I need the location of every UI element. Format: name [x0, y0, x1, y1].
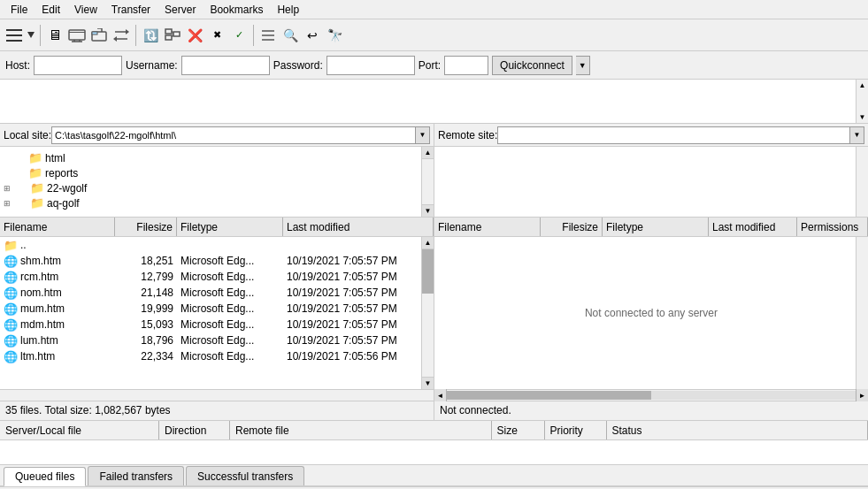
port-input[interactable]	[444, 56, 488, 75]
folder-icon: 📁	[4, 239, 18, 252]
local-file-row[interactable]: 🌐 shm.htm 18,251 Microsoft Edg... 10/19/…	[0, 253, 421, 269]
local-file-row[interactable]: 🌐 ltm.htm 22,334 Microsoft Edg... 10/19/…	[0, 348, 421, 364]
local-file-row[interactable]: 🌐 mdm.htm 15,093 Microsoft Edg... 10/19/…	[0, 317, 421, 332]
remote-h-scroll-right[interactable]: ►	[856, 389, 868, 401]
menu-view[interactable]: View	[67, 2, 104, 18]
log-scroll-up[interactable]: ▲	[857, 80, 868, 91]
username-label: Username:	[126, 59, 178, 72]
tree-item-aqgolf[interactable]: ⊞ 📁 aq-golf	[4, 195, 430, 210]
file-cell-type: Microsoft Edg...	[177, 254, 283, 268]
toolbar-remote-btn[interactable]	[66, 25, 88, 46]
queue-col-file[interactable]: Server/Local file	[0, 421, 159, 439]
local-col-filesize[interactable]: Filesize	[115, 218, 177, 236]
tab-failed-transfers[interactable]: Failed transfers	[88, 466, 184, 485]
toolbar-tab-btn[interactable]	[88, 25, 110, 46]
remote-col-permissions[interactable]: Permissions	[797, 218, 868, 236]
local-site-dropdown[interactable]: ▼	[416, 126, 430, 144]
remote-col-filename[interactable]: Filename	[434, 218, 541, 236]
menu-help[interactable]: Help	[270, 2, 306, 18]
password-input[interactable]	[326, 56, 415, 75]
remote-tree	[434, 147, 868, 218]
remote-h-scroll-thumb[interactable]	[447, 391, 651, 400]
queue-col-status[interactable]: Status	[607, 421, 869, 439]
local-file-row[interactable]: 🌐 mum.htm 19,999 Microsoft Edg... 10/19/…	[0, 301, 421, 317]
tree-item-html[interactable]: 📁 html	[4, 150, 430, 165]
svg-rect-0	[6, 29, 22, 31]
local-status: 35 files. Total size: 1,082,567 bytes	[0, 401, 434, 420]
local-site-label: Local site:	[4, 129, 51, 141]
toolbar-logfile-btn[interactable]: 🔭	[324, 25, 345, 46]
toolbar-search-btn[interactable]: 🔍	[280, 25, 301, 46]
menu-server[interactable]: Server	[157, 2, 203, 18]
file-name-text: lum.htm	[20, 334, 58, 347]
toolbar-queue-btn[interactable]	[257, 25, 279, 46]
remote-file-scrollbar[interactable]	[856, 237, 868, 389]
log-scrollbar[interactable]: ▲ ▼	[856, 80, 868, 123]
tree-scrollbar[interactable]: ▲ ▼	[421, 147, 434, 217]
local-scroll-up[interactable]: ▲	[422, 237, 434, 249]
local-file-scrollbar[interactable]: ▲ ▼	[421, 237, 434, 389]
toolbar-disconnect-btn[interactable]: ✖	[206, 25, 227, 46]
local-site-path[interactable]	[51, 126, 416, 144]
remote-tree-scrollbar[interactable]	[856, 147, 868, 217]
expand-icon-22wgolf[interactable]: ⊞	[4, 184, 16, 193]
file-cell-name: 🌐 rcm.htm	[0, 270, 115, 285]
tree-item-reports[interactable]: 📁 reports	[4, 165, 430, 180]
svg-rect-4	[69, 30, 85, 40]
file-name-text: ..	[20, 239, 27, 251]
remote-site-path[interactable]	[497, 126, 850, 144]
remote-status: Not connected.	[434, 401, 868, 420]
folder-icon-22wgolf: 📁	[30, 181, 44, 195]
log-scroll-down[interactable]: ▼	[857, 111, 868, 123]
queue-col-direction[interactable]: Direction	[159, 421, 230, 439]
menu-transfer[interactable]: Transfer	[104, 2, 157, 18]
queue-col-priority[interactable]: Priority	[545, 421, 607, 439]
remote-col-filesize[interactable]: Filesize	[541, 218, 603, 236]
local-file-row[interactable]: 🌐 rcm.htm 12,799 Microsoft Edg... 10/19/…	[0, 269, 421, 285]
local-file-row[interactable]: 📁 ..	[0, 237, 421, 253]
toolbar-reconnect-btn[interactable]: ✓	[228, 25, 250, 46]
local-file-row[interactable]: 🌐 lum.htm 18,796 Microsoft Edg... 10/19/…	[0, 332, 421, 348]
queue-col-remote[interactable]: Remote file	[230, 421, 492, 439]
toolbar-refresh-btn[interactable]: 🔃	[140, 25, 161, 46]
local-scroll-down[interactable]: ▼	[422, 377, 434, 389]
remote-h-scroll[interactable]: ◄ ►	[434, 390, 868, 401]
toolbar-local-btn[interactable]: 🖥	[44, 25, 65, 46]
toolbar-cancel-btn[interactable]: ❌	[184, 25, 205, 46]
remote-col-filetype[interactable]: Filetype	[603, 218, 709, 236]
toolbar-menu-btn[interactable]	[4, 25, 25, 46]
remote-site-dropdown[interactable]: ▼	[850, 126, 864, 144]
tree-scroll-up[interactable]: ▲	[422, 147, 434, 159]
local-col-filetype[interactable]: Filetype	[177, 218, 283, 236]
svg-marker-16	[113, 36, 117, 42]
username-input[interactable]	[181, 56, 270, 75]
toolbar-menu-arrow[interactable]	[26, 25, 36, 46]
tab-queued-files[interactable]: Queued files	[4, 467, 86, 486]
toolbar-back-btn[interactable]: ↩	[302, 25, 323, 46]
menu-file[interactable]: File	[4, 2, 35, 18]
toolbar-process-btn[interactable]	[162, 25, 183, 46]
file-cell-size: 18,251	[115, 254, 177, 268]
remote-col-modified[interactable]: Last modified	[709, 218, 797, 236]
toolbar-swap-btn[interactable]	[111, 25, 132, 46]
local-col-filename[interactable]: Filename	[0, 218, 115, 236]
quickconnect-button[interactable]: Quickconnect	[492, 56, 572, 75]
tree-scroll-down[interactable]: ▼	[422, 204, 434, 217]
queue-col-size[interactable]: Size	[492, 421, 545, 439]
tab-successful-transfers[interactable]: Successful transfers	[186, 466, 304, 485]
host-input[interactable]	[34, 56, 122, 75]
local-scroll-thumb[interactable]	[422, 249, 434, 294]
remote-h-scroll-left[interactable]: ◄	[434, 389, 447, 401]
svg-rect-18	[165, 35, 172, 40]
password-label: Password:	[273, 59, 323, 72]
quickconnect-dropdown[interactable]: ▼	[576, 56, 590, 75]
menu-bar: File Edit View Transfer Server Bookmarks…	[0, 0, 868, 19]
local-file-row[interactable]: 🌐 nom.htm 21,148 Microsoft Edg... 10/19/…	[0, 285, 421, 301]
expand-icon-aqgolf[interactable]: ⊞	[4, 199, 16, 208]
menu-bookmarks[interactable]: Bookmarks	[203, 2, 270, 18]
tree-item-22wgolf[interactable]: ⊞ 📁 22-wgolf	[4, 180, 430, 195]
local-col-modified[interactable]: Last modified	[283, 218, 434, 236]
menu-edit[interactable]: Edit	[35, 2, 67, 18]
file-cell-type: Microsoft Edg...	[177, 270, 283, 284]
file-cell-modified	[283, 244, 421, 246]
